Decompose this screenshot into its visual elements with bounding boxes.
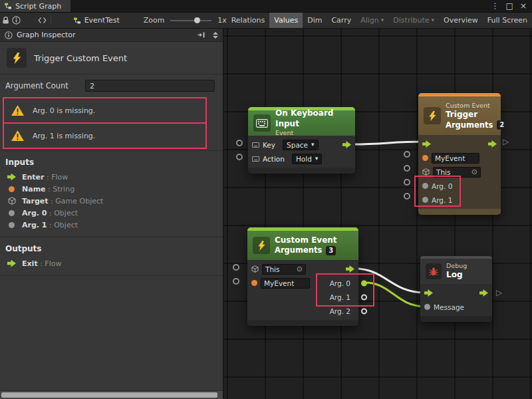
zoom-label: Zoom: [144, 16, 165, 25]
node-footer: [420, 316, 492, 322]
warning-arg1-missing: Arg. 1 is missing.: [3, 122, 207, 149]
scroll-arrows-icon[interactable]: [213, 32, 218, 39]
node-on-keyboard-input[interactable]: On Keyboard Input Event Key Space ▾ Acti…: [248, 107, 355, 174]
tab-script-graph[interactable]: Script Graph: [0, 0, 70, 12]
graph-canvas[interactable]: ▷ ▷ On Keyboard Input Event Key Space ▾: [224, 29, 532, 399]
target-field[interactable]: This ⊙: [262, 264, 306, 275]
target-picker-icon[interactable]: ⊙: [471, 168, 477, 176]
info-icon[interactable]: [11, 13, 21, 28]
distribute-label: Distribute: [393, 16, 429, 25]
graph-name[interactable]: EventTest: [84, 16, 120, 25]
warning-icon: [11, 130, 25, 142]
action-port-icon: [252, 156, 259, 162]
input-row-name: Name : String: [0, 183, 223, 195]
dock-icon[interactable]: [197, 31, 205, 39]
fullscreen-button[interactable]: Full Screen: [483, 13, 532, 28]
relations-button[interactable]: Relations: [227, 13, 270, 28]
arg-count-badge: 3: [326, 246, 336, 255]
close-icon[interactable]: ×: [520, 1, 527, 11]
node-body: Key Space ▾ Action Hold ▾: [248, 136, 355, 168]
values-button[interactable]: Values: [269, 13, 303, 28]
distribute-button[interactable]: Distribute ▾: [388, 13, 439, 28]
lock-icon[interactable]: [0, 13, 11, 28]
node-title2: Arguments: [275, 245, 322, 255]
annotation-trigger-args: [414, 176, 461, 207]
event-name-field[interactable]: MyEvent: [432, 153, 479, 164]
node-footer: [248, 168, 355, 174]
port-trigger-target-input[interactable]: [404, 165, 410, 172]
port-trigger-name-input[interactable]: [404, 151, 410, 158]
trigger-output-port[interactable]: [342, 141, 351, 148]
inputs-header: Inputs: [0, 154, 223, 171]
port-args-name-input[interactable]: [233, 278, 239, 285]
zoom-value: 1x: [217, 16, 227, 25]
chevron-down-icon: ▾: [315, 156, 319, 162]
dim-button[interactable]: Dim: [303, 13, 327, 28]
flow-port-icon: [7, 260, 16, 267]
arg2-output-port[interactable]: [361, 308, 367, 314]
node-title: Log: [446, 270, 467, 281]
flow-output-port[interactable]: [488, 140, 497, 148]
kebab-menu-icon[interactable]: ⋮: [491, 1, 499, 11]
node-subtitle: Event: [275, 129, 350, 137]
bug-icon: [426, 263, 442, 279]
keyboard-icon: [253, 114, 271, 132]
info-icon: [5, 31, 13, 39]
flow-output-port[interactable]: [479, 289, 488, 297]
object-port-icon: [9, 222, 15, 228]
argument-count-row: Argument Count: [0, 74, 223, 97]
node-header[interactable]: Custom Event Trigger Arguments2: [418, 96, 501, 135]
target-picker-icon[interactable]: ⊙: [297, 265, 303, 273]
event-name-value: MyEvent: [264, 279, 294, 287]
port-action-input[interactable]: [236, 154, 243, 160]
target-value: This: [436, 168, 450, 176]
outputs-header: Outputs: [0, 240, 223, 257]
warnings-section: Arg. 0 is missing. Arg. 1 is missing.: [0, 97, 223, 151]
string-port-icon: [251, 280, 257, 286]
argument-count-field[interactable]: [85, 80, 215, 92]
gameobject-cube-icon: [7, 197, 17, 205]
zoom-handle[interactable]: [194, 17, 200, 23]
key-port-icon: [252, 142, 259, 148]
node-title: Custom Event: [275, 235, 337, 246]
port-args-target-input[interactable]: [233, 264, 239, 271]
key-label: Key: [263, 141, 275, 149]
node-header[interactable]: Custom Event Arguments3: [247, 231, 358, 260]
target-value: This: [265, 265, 279, 273]
flow-input-port[interactable]: [422, 140, 431, 148]
port-trigger-arg1-input[interactable]: [404, 193, 410, 200]
chevron-down-icon: ▾: [432, 17, 435, 23]
overview-button[interactable]: Overview: [439, 13, 483, 28]
port-trigger-arg0-input[interactable]: [404, 179, 410, 186]
output-row-exit: Exit : Flow: [0, 257, 223, 269]
lightning-bolt-icon: [253, 237, 270, 254]
warning-text: Arg. 1 is missing.: [33, 132, 95, 140]
node-header[interactable]: Debug Log: [420, 259, 492, 284]
unconnected-flow-arrow-icon: ▷: [503, 138, 509, 146]
carry-button[interactable]: Carry: [327, 13, 356, 28]
toolbar: EventTest Zoom 1x Relations Values Dim C…: [0, 12, 532, 29]
flow-input-port[interactable]: [424, 289, 433, 297]
key-value: Space: [287, 141, 308, 149]
input-row-target: Target : Game Object: [0, 195, 223, 207]
graph-inspector-header: Graph Inspector: [0, 29, 223, 42]
key-dropdown[interactable]: Space ▾: [283, 140, 319, 150]
align-button[interactable]: Align ▾: [356, 13, 388, 28]
object-port-icon: [9, 210, 15, 216]
port-key-input[interactable]: [236, 140, 243, 146]
horizontal-scrollbar[interactable]: [0, 390, 223, 399]
flow-output-port[interactable]: [346, 265, 354, 273]
flow-port-icon: [7, 174, 16, 181]
event-name-field[interactable]: MyEvent: [261, 278, 310, 289]
wire-keyboard-to-trigger[interactable]: [352, 142, 422, 144]
action-dropdown[interactable]: Hold ▾: [292, 154, 322, 164]
code-icon[interactable]: [37, 13, 47, 28]
scrollbar-thumb[interactable]: [1, 392, 217, 398]
node-header[interactable]: On Keyboard Input Event: [248, 110, 355, 136]
warning-icon: [11, 104, 25, 116]
message-input-port[interactable]: [424, 304, 430, 310]
graph-inspector-panel: Graph Inspector Trigger Custom Event Arg…: [0, 29, 223, 399]
zoom-slider[interactable]: [170, 17, 212, 25]
node-debug-log[interactable]: Debug Log Message: [420, 256, 492, 322]
maximize-icon[interactable]: □: [506, 1, 513, 11]
